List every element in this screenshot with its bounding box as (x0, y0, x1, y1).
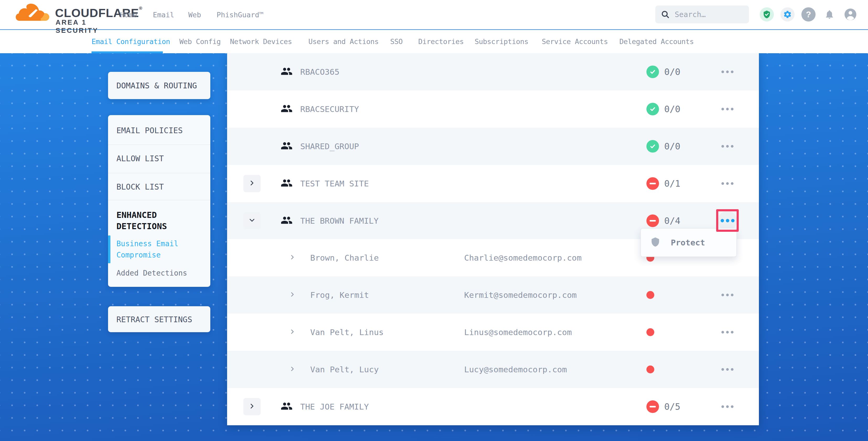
group-icon (281, 65, 293, 78)
minus-icon (650, 220, 656, 222)
member-name: Van Pelt, Linus (310, 327, 384, 337)
expand-button[interactable] (243, 398, 261, 415)
minus-icon (650, 406, 656, 407)
member-email: Linus@somedemocorp.com (464, 327, 572, 337)
row-menu-button[interactable] (717, 64, 738, 80)
chevron-down-icon (249, 217, 255, 224)
sidebar-item-business-email-compromise[interactable]: Business Email Compromise (117, 238, 202, 261)
sidebar-item-enhanced-detections[interactable]: ENHANCED DETECTIONS (117, 210, 202, 232)
status-badge-ok (646, 140, 659, 153)
chevron-right-icon (289, 291, 295, 298)
active-item-indicator (108, 235, 111, 263)
divider (108, 145, 210, 145)
nav-web[interactable]: Web (188, 11, 201, 19)
row-menu-button[interactable] (717, 361, 738, 377)
nav-phishguard[interactable]: PhishGuard™ (217, 11, 264, 19)
chevron-right-icon (289, 329, 295, 336)
member-name: Van Pelt, Lucy (310, 365, 379, 374)
user-avatar-button[interactable] (843, 7, 858, 22)
protection-status-button[interactable] (760, 7, 774, 22)
sidebar-item-added-detections[interactable]: Added Detections (117, 269, 187, 277)
divider (108, 200, 210, 200)
logo-trademark: ® (139, 6, 143, 11)
collapse-button[interactable] (243, 212, 261, 229)
row-menu-button[interactable] (717, 399, 738, 414)
tab-users-and-actions[interactable]: Users and Actions (308, 37, 379, 45)
tab-service-accounts[interactable]: Service Accounts (542, 37, 608, 45)
group-name: SHARED_GROUP (300, 141, 359, 151)
sidebar-label: DOMAINS & ROUTING (117, 81, 197, 90)
row-menu-button[interactable] (717, 176, 738, 191)
logo-subtitle: AREA 1 SECURITY (56, 18, 126, 35)
notifications-bell-button[interactable] (823, 7, 837, 22)
tab-web-config[interactable]: Web Config (179, 37, 221, 45)
member-email: Charlie@somedemocorp.com (464, 253, 582, 262)
member-name: Brown, Charlie (310, 253, 379, 262)
chevron-right-icon (289, 366, 295, 373)
divider (108, 173, 210, 173)
protection-count: 0/4 (664, 216, 680, 226)
protection-count: 0/0 (664, 104, 680, 114)
status-badge-ok (646, 103, 659, 115)
table-row: SHARED_GROUP 0/0 (227, 128, 759, 165)
sidebar-item-retract-settings[interactable]: RETRACT SETTINGS (108, 306, 210, 332)
member-email: Lucy@somedemocorp.com (464, 365, 567, 374)
tab-directories[interactable]: Directories (418, 37, 464, 45)
table-row: Van Pelt, Lucy Lucy@somedemocorp.com (227, 351, 759, 388)
nav-email[interactable]: Email (153, 11, 174, 19)
sidebar-item-domains-routing[interactable]: DOMAINS & ROUTING (108, 72, 210, 99)
protection-count: 0/1 (664, 178, 680, 189)
status-badge-blocked (646, 400, 659, 413)
group-name: RBACO365 (300, 67, 339, 76)
protection-count: 0/5 (664, 401, 680, 412)
search-placeholder: Search… (675, 10, 706, 19)
sidebar-item-email-policies[interactable]: EMAIL POLICIES (117, 126, 183, 135)
table-row: TEST TEAM SITE 0/1 (227, 165, 759, 202)
status-dot-red (646, 366, 654, 373)
member-email: Kermit@somedemocorp.com (464, 290, 577, 300)
chevron-right-icon (289, 254, 295, 261)
chevron-right-icon (249, 403, 255, 410)
tab-delegated-accounts[interactable]: Delegated Accounts (619, 37, 694, 45)
row-context-menu: Protect (640, 228, 737, 257)
table-row: Van Pelt, Linus Linus@somedemocorp.com (227, 314, 759, 351)
row-menu-button[interactable] (717, 101, 738, 117)
table-row: THE JOE FAMILY 0/5 (227, 388, 759, 425)
group-icon (281, 177, 293, 190)
row-menu-button-active[interactable] (718, 211, 737, 230)
help-button[interactable]: ? (801, 7, 815, 22)
tab-sso[interactable]: SSO (390, 37, 403, 45)
row-menu-button[interactable] (717, 138, 738, 154)
group-icon (281, 214, 293, 227)
protection-count: 0/0 (664, 141, 680, 152)
minus-icon (650, 183, 656, 184)
group-name: TEST TEAM SITE (300, 179, 369, 188)
chevron-right-icon (249, 180, 255, 187)
status-dot-red (646, 328, 654, 336)
tab-network-devices[interactable]: Network Devices (230, 37, 292, 45)
cloudflare-logo: CLOUDFLARE® AREA 1 SECURITY (16, 2, 126, 27)
row-menu-button[interactable] (717, 324, 738, 340)
top-bar: CLOUDFLARE® AREA 1 SECURITY Home Email W… (0, 0, 868, 29)
sidebar-item-allow-list[interactable]: ALLOW LIST (117, 154, 164, 163)
expand-button[interactable] (243, 175, 261, 192)
search-input[interactable]: Search… (655, 5, 749, 23)
active-tab-underline (92, 52, 163, 53)
section-tabs-bar: Email Configuration Web Config Network D… (0, 30, 868, 53)
shield-icon (650, 237, 660, 249)
table-row: RBACSECURITY 0/0 (227, 90, 759, 128)
cloudflare-cloud-icon (16, 3, 49, 24)
settings-gear-button[interactable] (780, 7, 795, 22)
row-menu-button[interactable] (717, 287, 738, 303)
menu-item-protect[interactable]: Protect (671, 238, 705, 247)
group-icon (281, 400, 293, 413)
status-badge-blocked (646, 177, 659, 190)
status-badge-ok (646, 66, 659, 78)
nav-home[interactable]: Home (120, 11, 137, 19)
sidebar-item-block-list[interactable]: BLOCK LIST (117, 182, 164, 191)
group-icon (281, 140, 293, 153)
tab-subscriptions[interactable]: Subscriptions (475, 37, 528, 45)
status-dot-red (646, 291, 654, 299)
sidebar-label: RETRACT SETTINGS (117, 315, 192, 324)
tab-email-configuration[interactable]: Email Configuration (92, 37, 170, 45)
